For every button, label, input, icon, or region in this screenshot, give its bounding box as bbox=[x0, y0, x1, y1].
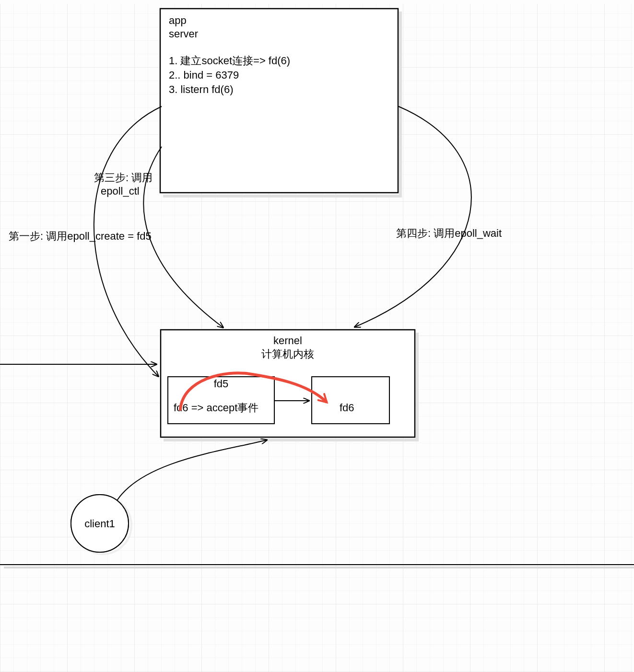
kernel-title2: 计算机内核 bbox=[261, 348, 314, 360]
fd5-label: fd5 bbox=[214, 378, 229, 390]
svg-rect-7 bbox=[164, 439, 418, 441]
app-line2: server bbox=[169, 28, 198, 40]
client1-label: client1 bbox=[84, 518, 115, 530]
svg-rect-8 bbox=[416, 333, 419, 441]
label-step4: 第四步: 调用epoll_wait bbox=[396, 227, 502, 239]
label-step3b: epoll_ctl bbox=[101, 185, 140, 197]
svg-rect-5 bbox=[399, 12, 402, 197]
fd5-content: fd6 => accept事件 bbox=[174, 402, 258, 414]
label-step3a: 第三步: 调用 bbox=[94, 172, 153, 184]
diagram-canvas: app server 1. 建立socket连接=> fd(6) 2.. bin… bbox=[0, 0, 634, 672]
svg-rect-4 bbox=[163, 195, 401, 197]
app-line1: app bbox=[169, 14, 187, 26]
app-server-box: app server 1. 建立socket连接=> fd(6) 2.. bin… bbox=[160, 9, 402, 197]
fd6-label: fd6 bbox=[340, 402, 354, 414]
kernel-title1: kernel bbox=[273, 335, 302, 347]
app-step1: 1. 建立socket连接=> fd(6) bbox=[169, 55, 290, 67]
app-step2: 2.. bind = 6379 bbox=[169, 69, 239, 81]
label-step1: 第一步: 调用epoll_create = fd5 bbox=[9, 230, 152, 242]
app-step3: 3. listern fd(6) bbox=[169, 83, 234, 95]
